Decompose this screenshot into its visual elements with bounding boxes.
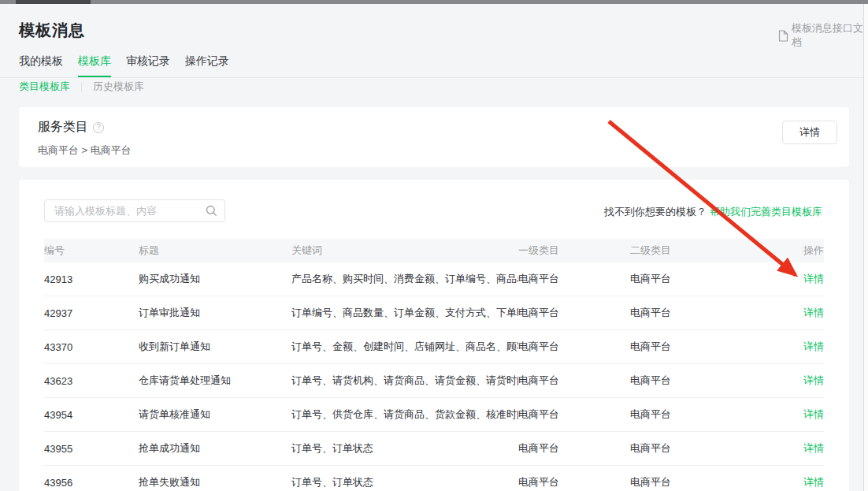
row-detail-link[interactable]: 详情 xyxy=(803,476,824,488)
tab-my-templates[interactable]: 我的模板 xyxy=(19,54,63,77)
cell-cat1: 电商平台 xyxy=(518,306,630,320)
cell-cat2: 电商平台 xyxy=(630,272,777,286)
cell-id: 43623 xyxy=(44,375,139,387)
main-tabs: 我的模板 模板库 审核记录 操作记录 xyxy=(0,54,863,78)
cell-cat2: 电商平台 xyxy=(630,407,777,422)
table-header-row: 编号 标题 关键词 一级类目 二级类目 操作 xyxy=(44,239,824,262)
cell-id: 43370 xyxy=(44,341,139,353)
breadcrumb: 电商平台 > 电商平台 xyxy=(38,143,132,158)
table-row: 43623 仓库请货单处理通知 订单号、请货机构、请货商品、请货金额、请货时间 … xyxy=(44,364,824,398)
doc-link-label: 模板消息接口文档 xyxy=(792,21,868,50)
col-header-cat1: 一级类目 xyxy=(518,244,630,258)
col-header-action: 操作 xyxy=(777,244,824,258)
row-detail-link[interactable]: 详情 xyxy=(803,408,824,420)
cell-cat2: 电商平台 xyxy=(630,374,777,388)
help-icon[interactable]: ? xyxy=(93,122,104,133)
cell-id: 42913 xyxy=(44,273,139,285)
row-detail-link[interactable]: 详情 xyxy=(803,307,824,318)
cell-keywords: 订单号、金额、创建时间、店铺网址、商品名、顾客、数量... xyxy=(291,340,518,354)
cell-cat2: 电商平台 xyxy=(630,441,777,456)
col-header-title: 标题 xyxy=(139,244,291,258)
table-row: 43954 请货单核准通知 订单号、供货仓库、请货商品、货款金额、核准时间 电商… xyxy=(44,398,824,432)
cell-keywords: 订单号、订单状态 xyxy=(291,441,518,456)
table-row: 43956 抢单失败通知 订单号、订单状态 电商平台 电商平台 详情 xyxy=(44,466,824,491)
subnav-category-library[interactable]: 类目模板库 xyxy=(19,80,70,94)
row-detail-link[interactable]: 详情 xyxy=(803,442,824,454)
cell-cat2: 电商平台 xyxy=(630,306,777,320)
cell-keywords: 订单号、订单状态 xyxy=(291,475,518,489)
cell-id: 42937 xyxy=(44,307,139,319)
tab-operation-records[interactable]: 操作记录 xyxy=(185,54,229,77)
col-header-id: 编号 xyxy=(44,244,139,258)
row-detail-link[interactable]: 详情 xyxy=(803,273,824,285)
improve-library-link[interactable]: 帮助我们完善类目模板库 xyxy=(710,206,822,218)
subnav-divider xyxy=(81,82,82,92)
row-detail-link[interactable]: 详情 xyxy=(803,374,824,386)
browser-edge-dark-segment xyxy=(16,0,91,4)
cant-find-template-text: 找不到你想要的模板？ xyxy=(604,206,707,218)
col-header-keywords: 关键词 xyxy=(291,244,518,258)
service-category-title: 服务类目 xyxy=(38,119,88,136)
service-category-card: 服务类目 ? 电商平台 > 电商平台 详情 xyxy=(19,107,849,167)
cell-cat1: 电商平台 xyxy=(518,272,630,286)
cell-title: 仓库请货单处理通知 xyxy=(139,374,291,388)
tab-review-records[interactable]: 审核记录 xyxy=(126,54,170,77)
col-header-cat2: 二级类目 xyxy=(630,244,777,258)
document-icon xyxy=(778,30,788,42)
template-table-card: 找不到你想要的模板？帮助我们完善类目模板库 编号 标题 关键词 一级类目 二级类… xyxy=(19,180,849,491)
subnav-history-library[interactable]: 历史模板库 xyxy=(93,80,144,94)
scrollbar-track[interactable] xyxy=(863,4,868,491)
tab-template-library[interactable]: 模板库 xyxy=(78,54,111,77)
cell-title: 收到新订单通知 xyxy=(139,340,291,354)
cell-cat1: 电商平台 xyxy=(518,441,630,456)
cell-title: 订单审批通知 xyxy=(139,306,291,320)
category-detail-button[interactable]: 详情 xyxy=(782,121,837,144)
cell-id: 43956 xyxy=(44,477,139,489)
search-icon[interactable] xyxy=(206,205,217,220)
library-subnav: 类目模板库 历史模板库 xyxy=(19,80,144,94)
cell-title: 抢单成功通知 xyxy=(139,441,291,456)
cell-cat2: 电商平台 xyxy=(630,340,777,354)
cell-keywords: 订单号、供货仓库、请货商品、货款金额、核准时间 xyxy=(291,407,518,422)
template-api-doc-link[interactable]: 模板消息接口文档 xyxy=(778,21,868,50)
browser-edge-bar xyxy=(0,0,868,4)
cell-keywords: 产品名称、购买时间、消费金额、订单编号、商品名称、支... xyxy=(291,272,518,286)
cell-cat1: 电商平台 xyxy=(518,340,630,354)
cell-title: 请货单核准通知 xyxy=(139,407,291,422)
cell-id: 43955 xyxy=(44,443,139,455)
cell-cat2: 电商平台 xyxy=(630,475,777,489)
page-title: 模板消息 xyxy=(19,20,85,41)
cell-keywords: 订单编号、商品数量、订单金额、支付方式、下单时间 xyxy=(291,306,518,320)
cell-cat1: 电商平台 xyxy=(518,407,630,422)
cell-id: 43954 xyxy=(44,409,139,421)
search-input[interactable] xyxy=(44,199,225,222)
row-detail-link[interactable]: 详情 xyxy=(803,340,824,352)
table-row: 43955 抢单成功通知 订单号、订单状态 电商平台 电商平台 详情 xyxy=(44,432,824,466)
template-table: 编号 标题 关键词 一级类目 二级类目 操作 42913 购买成功通知 产品名称… xyxy=(44,239,824,491)
table-row: 43370 收到新订单通知 订单号、金额、创建时间、店铺网址、商品名、顾客、数量… xyxy=(44,330,824,364)
cell-keywords: 订单号、请货机构、请货商品、请货金额、请货时间 xyxy=(291,374,518,388)
table-row: 42913 购买成功通知 产品名称、购买时间、消费金额、订单编号、商品名称、支.… xyxy=(44,262,824,296)
cell-cat1: 电商平台 xyxy=(518,374,630,388)
cell-title: 抢单失败通知 xyxy=(139,475,291,489)
cell-title: 购买成功通知 xyxy=(139,272,291,286)
table-row: 42937 订单审批通知 订单编号、商品数量、订单金额、支付方式、下单时间 电商… xyxy=(44,296,824,330)
cell-cat1: 电商平台 xyxy=(518,475,630,489)
